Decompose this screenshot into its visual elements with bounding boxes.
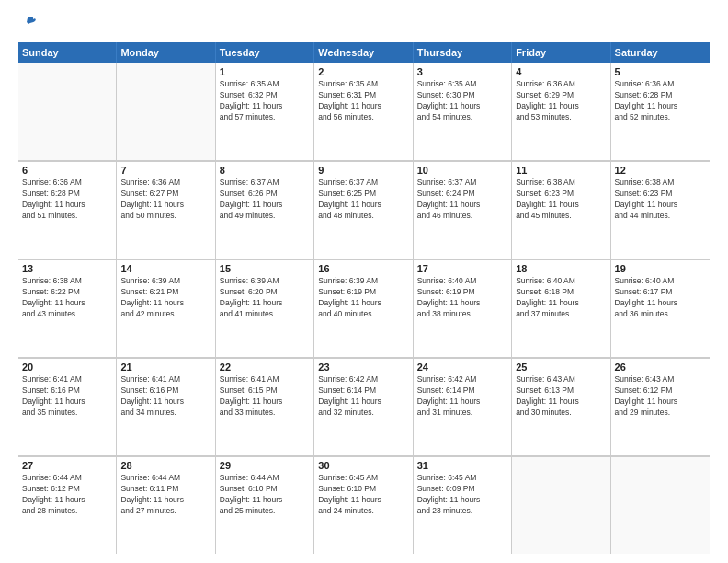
cell-info-line: Sunset: 6:16 PM <box>22 385 112 396</box>
cell-info-line: and 43 minutes. <box>22 309 112 320</box>
day-number: 5 <box>615 66 706 77</box>
cell-info-line: Sunrise: 6:36 AM <box>516 79 606 90</box>
cell-info-line: and 30 minutes. <box>516 408 606 419</box>
cell-info-line: and 28 minutes. <box>22 506 112 517</box>
cell-info-line: Sunset: 6:13 PM <box>516 385 606 396</box>
cell-info-line: Sunset: 6:12 PM <box>22 484 112 495</box>
cell-info-line: Sunrise: 6:44 AM <box>120 473 210 484</box>
calendar-row: 13Sunrise: 6:38 AMSunset: 6:22 PMDayligh… <box>18 259 710 358</box>
cell-info-line: Sunrise: 6:37 AM <box>417 178 507 189</box>
day-number: 11 <box>516 165 606 176</box>
cell-info-line: Sunset: 6:09 PM <box>417 484 507 495</box>
day-number: 27 <box>22 460 112 471</box>
day-number: 21 <box>120 362 210 373</box>
cell-info-line: Sunset: 6:11 PM <box>120 484 210 495</box>
cell-info-line: and 40 minutes. <box>318 309 408 320</box>
calendar-body: 1Sunrise: 6:35 AMSunset: 6:32 PMDaylight… <box>18 63 710 554</box>
cell-info-line: Daylight: 11 hours <box>615 298 706 309</box>
header-day-saturday: Saturday <box>611 42 710 63</box>
cell-info-line: Sunrise: 6:40 AM <box>615 276 706 287</box>
cell-info-line: Sunrise: 6:35 AM <box>220 79 310 90</box>
calendar-cell: 16Sunrise: 6:39 AMSunset: 6:19 PMDayligh… <box>314 259 413 357</box>
cell-info-line: Sunrise: 6:35 AM <box>417 79 507 90</box>
calendar-cell: 4Sunrise: 6:36 AMSunset: 6:29 PMDaylight… <box>512 63 610 160</box>
header-day-friday: Friday <box>512 42 610 63</box>
calendar-cell: 8Sunrise: 6:37 AMSunset: 6:26 PMDaylight… <box>216 161 314 259</box>
calendar-cell: 21Sunrise: 6:41 AMSunset: 6:16 PMDayligh… <box>117 358 215 455</box>
cell-info-line: and 52 minutes. <box>615 112 706 123</box>
cell-info-line: Sunrise: 6:38 AM <box>615 178 706 189</box>
calendar-cell: 12Sunrise: 6:38 AMSunset: 6:23 PMDayligh… <box>611 161 710 259</box>
calendar-cell: 5Sunrise: 6:36 AMSunset: 6:28 PMDaylight… <box>611 63 710 160</box>
calendar-cell: 22Sunrise: 6:41 AMSunset: 6:15 PMDayligh… <box>216 358 314 455</box>
cell-info-line: Sunset: 6:15 PM <box>220 385 310 396</box>
cell-info-line: Daylight: 11 hours <box>220 396 310 408</box>
cell-info-line: Sunset: 6:22 PM <box>22 287 112 298</box>
cell-info-line: Daylight: 11 hours <box>22 200 112 211</box>
cell-info-line: Daylight: 11 hours <box>516 101 606 112</box>
cell-info-line: Sunset: 6:12 PM <box>615 385 706 396</box>
cell-info-line: Sunrise: 6:44 AM <box>22 473 112 484</box>
cell-info-line: and 36 minutes. <box>615 309 706 320</box>
day-number: 4 <box>516 66 606 77</box>
calendar-cell: 28Sunrise: 6:44 AMSunset: 6:11 PMDayligh… <box>117 456 215 554</box>
cell-info-line: Daylight: 11 hours <box>220 298 310 309</box>
cell-info-line: Sunrise: 6:36 AM <box>120 178 210 189</box>
cell-info-line: Sunrise: 6:36 AM <box>615 79 706 90</box>
calendar: SundayMondayTuesdayWednesdayThursdayFrid… <box>18 42 710 554</box>
cell-info-line: and 33 minutes. <box>220 408 310 419</box>
cell-info-line: and 56 minutes. <box>318 112 408 123</box>
cell-info-line: and 49 minutes. <box>220 211 310 222</box>
cell-info-line: Daylight: 11 hours <box>120 495 210 506</box>
cell-info-line: Sunrise: 6:38 AM <box>516 178 606 189</box>
calendar-cell <box>611 456 710 554</box>
cell-info-line: Sunrise: 6:43 AM <box>516 374 606 385</box>
calendar-cell: 10Sunrise: 6:37 AMSunset: 6:24 PMDayligh… <box>414 161 512 259</box>
cell-info-line: Sunset: 6:23 PM <box>516 189 606 200</box>
cell-info-line: and 23 minutes. <box>417 506 507 517</box>
cell-info-line: Sunset: 6:29 PM <box>516 90 606 101</box>
calendar-cell: 27Sunrise: 6:44 AMSunset: 6:12 PMDayligh… <box>18 456 117 554</box>
cell-info-line: Daylight: 11 hours <box>516 200 606 211</box>
page: SundayMondayTuesdayWednesdayThursdayFrid… <box>0 0 728 563</box>
cell-info-line: Daylight: 11 hours <box>417 298 507 309</box>
cell-info-line: Sunrise: 6:39 AM <box>220 276 310 287</box>
day-number: 29 <box>220 460 310 471</box>
calendar-cell: 26Sunrise: 6:43 AMSunset: 6:12 PMDayligh… <box>611 358 710 455</box>
day-number: 1 <box>220 66 310 77</box>
calendar-cell: 7Sunrise: 6:36 AMSunset: 6:27 PMDaylight… <box>117 161 215 259</box>
logo-bird-icon <box>20 15 37 35</box>
cell-info-line: and 57 minutes. <box>220 112 310 123</box>
cell-info-line: Sunrise: 6:40 AM <box>417 276 507 287</box>
cell-info-line: Sunrise: 6:42 AM <box>318 374 408 385</box>
cell-info-line: Daylight: 11 hours <box>318 101 408 112</box>
cell-info-line: and 27 minutes. <box>120 506 210 517</box>
day-number: 20 <box>22 362 112 373</box>
cell-info-line: and 46 minutes. <box>417 211 507 222</box>
cell-info-line: and 31 minutes. <box>417 408 507 419</box>
cell-info-line: Daylight: 11 hours <box>615 396 706 408</box>
day-number: 19 <box>615 263 706 274</box>
calendar-cell: 2Sunrise: 6:35 AMSunset: 6:31 PMDaylight… <box>314 63 413 160</box>
cell-info-line: and 50 minutes. <box>120 211 210 222</box>
calendar-cell: 14Sunrise: 6:39 AMSunset: 6:21 PMDayligh… <box>117 259 215 357</box>
cell-info-line: Sunset: 6:31 PM <box>318 90 408 101</box>
cell-info-line: Daylight: 11 hours <box>318 298 408 309</box>
cell-info-line: Daylight: 11 hours <box>417 495 507 506</box>
cell-info-line: and 35 minutes. <box>22 408 112 419</box>
calendar-cell: 31Sunrise: 6:45 AMSunset: 6:09 PMDayligh… <box>414 456 512 554</box>
header-day-sunday: Sunday <box>18 42 117 63</box>
day-number: 25 <box>516 362 606 373</box>
cell-info-line: Sunset: 6:14 PM <box>318 385 408 396</box>
day-number: 22 <box>220 362 310 373</box>
cell-info-line: and 29 minutes. <box>615 408 706 419</box>
day-number: 30 <box>318 460 408 471</box>
cell-info-line: Sunset: 6:21 PM <box>120 287 210 298</box>
cell-info-line: Daylight: 11 hours <box>220 101 310 112</box>
header-day-tuesday: Tuesday <box>216 42 314 63</box>
cell-info-line: Sunrise: 6:37 AM <box>220 178 310 189</box>
calendar-cell: 30Sunrise: 6:45 AMSunset: 6:10 PMDayligh… <box>314 456 413 554</box>
cell-info-line: and 24 minutes. <box>318 506 408 517</box>
header-day-monday: Monday <box>117 42 215 63</box>
cell-info-line: Sunset: 6:10 PM <box>220 484 310 495</box>
